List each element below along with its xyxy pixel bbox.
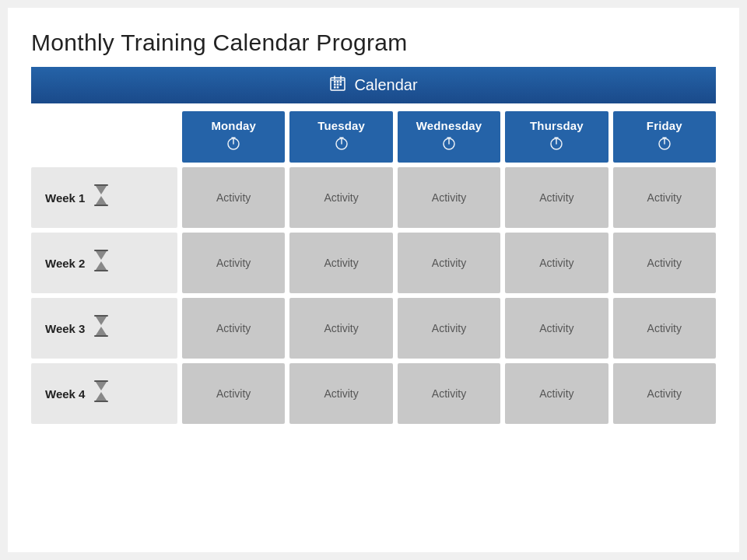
svg-rect-38	[94, 380, 108, 382]
row-header-week1: Week 1	[31, 167, 177, 228]
stopwatch-icon-friday	[657, 135, 672, 155]
activity-label: Activity	[216, 322, 251, 334]
activity-cell[interactable]: Activity	[505, 298, 608, 359]
svg-rect-4	[334, 84, 336, 86]
col-header-monday: Monday	[182, 111, 285, 163]
col-header-thursday: Thursday	[505, 111, 608, 163]
corner-cell	[31, 111, 177, 163]
svg-rect-1	[334, 81, 336, 83]
col-header-label-monday: Monday	[211, 119, 256, 132]
row-header-week3: Week 3	[31, 298, 177, 359]
activity-cell[interactable]: Activity	[613, 298, 716, 359]
week-row-week1: Week 1 ActivityActivityActivityActivityA…	[31, 167, 716, 228]
svg-rect-35	[94, 270, 108, 271]
col-header-label-wednesday: Wednesday	[416, 119, 482, 132]
activity-label: Activity	[539, 257, 573, 269]
slide: Monthly Training Calendar Program Calend…	[8, 8, 739, 552]
activity-label: Activity	[432, 322, 466, 334]
activity-label: Activity	[647, 257, 682, 269]
stopwatch-icon-tuesday	[334, 135, 349, 155]
svg-rect-5	[337, 84, 339, 86]
activity-label: Activity	[539, 322, 573, 334]
activity-cell[interactable]: Activity	[398, 363, 500, 424]
row-label-week1: Week 1	[45, 191, 85, 205]
calendar-label: Calendar	[354, 76, 417, 94]
col-header-label-tuesday: Tuesday	[317, 119, 365, 132]
col-header-label-thursday: Thursday	[530, 119, 584, 132]
activity-cell[interactable]: Activity	[182, 298, 285, 359]
svg-rect-32	[94, 184, 108, 186]
svg-rect-8	[337, 86, 339, 89]
svg-rect-3	[340, 81, 342, 83]
activity-label: Activity	[432, 191, 466, 204]
activity-cell[interactable]: Activity	[289, 298, 392, 359]
header-row: Monday Tuesday Wednesday Thursday Friday	[31, 111, 716, 163]
activity-label: Activity	[432, 257, 466, 269]
svg-rect-6	[340, 84, 342, 86]
svg-rect-7	[334, 86, 336, 89]
activity-label: Activity	[216, 191, 251, 204]
activity-cell[interactable]: Activity	[289, 363, 392, 424]
hourglass-icon-week1	[93, 184, 110, 211]
activity-label: Activity	[324, 387, 358, 400]
row-label-week4: Week 4	[45, 387, 85, 401]
activity-cell[interactable]: Activity	[613, 233, 716, 293]
activity-label: Activity	[647, 191, 682, 204]
calendar-body: Monday Tuesday Wednesday Thursday Friday	[31, 111, 716, 537]
activity-cell[interactable]: Activity	[613, 167, 716, 228]
svg-rect-37	[94, 335, 108, 337]
hourglass-icon-week2	[93, 250, 110, 276]
svg-rect-36	[94, 315, 108, 317]
col-header-friday: Friday	[613, 111, 716, 163]
activity-cell[interactable]: Activity	[182, 233, 285, 293]
activity-cell[interactable]: Activity	[398, 298, 500, 359]
activity-cell[interactable]: Activity	[613, 363, 716, 424]
activity-label: Activity	[539, 191, 573, 204]
week-row-week4: Week 4 ActivityActivityActivityActivityA…	[31, 363, 716, 424]
hourglass-icon-week4	[93, 380, 110, 407]
svg-rect-2	[337, 81, 339, 83]
slide-title: Monthly Training Calendar Program	[31, 30, 716, 56]
activity-label: Activity	[647, 322, 682, 334]
week-row-week2: Week 2 ActivityActivityActivityActivityA…	[31, 233, 716, 293]
activity-cell[interactable]: Activity	[505, 363, 608, 424]
activity-cell[interactable]: Activity	[505, 233, 608, 293]
stopwatch-icon-wednesday	[441, 135, 457, 155]
activity-label: Activity	[324, 191, 358, 204]
calendar-icon	[329, 75, 346, 96]
svg-rect-34	[94, 250, 108, 251]
row-header-week2: Week 2	[31, 233, 177, 293]
activity-label: Activity	[324, 322, 358, 334]
row-label-week3: Week 3	[45, 322, 85, 335]
col-header-label-friday: Friday	[647, 119, 682, 132]
col-header-wednesday: Wednesday	[398, 111, 500, 163]
calendar-header: Calendar	[31, 67, 716, 103]
activity-label: Activity	[539, 387, 573, 400]
col-header-tuesday: Tuesday	[289, 111, 392, 163]
row-label-week2: Week 2	[45, 257, 85, 270]
activity-label: Activity	[432, 387, 466, 400]
activity-label: Activity	[216, 387, 251, 400]
row-header-week4: Week 4	[31, 363, 177, 424]
activity-cell[interactable]: Activity	[505, 167, 608, 228]
activity-cell[interactable]: Activity	[182, 167, 285, 228]
activity-label: Activity	[216, 257, 251, 269]
svg-rect-33	[94, 205, 108, 206]
hourglass-icon-week3	[93, 315, 110, 341]
stopwatch-icon-thursday	[549, 135, 564, 155]
activity-label: Activity	[324, 257, 358, 269]
svg-rect-39	[94, 401, 108, 402]
activity-cell[interactable]: Activity	[182, 363, 285, 424]
activity-cell[interactable]: Activity	[398, 167, 500, 228]
activity-cell[interactable]: Activity	[289, 233, 392, 293]
week-row-week3: Week 3 ActivityActivityActivityActivityA…	[31, 298, 716, 359]
activity-cell[interactable]: Activity	[398, 233, 500, 293]
stopwatch-icon-monday	[226, 135, 241, 155]
activity-label: Activity	[647, 387, 682, 400]
activity-cell[interactable]: Activity	[289, 167, 392, 228]
